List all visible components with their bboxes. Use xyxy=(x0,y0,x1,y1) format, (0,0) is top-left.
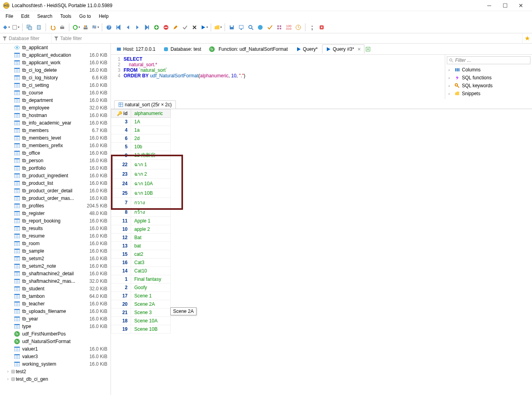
table-row[interactable]: 22ฉาก 1 xyxy=(111,160,171,169)
sidebar-item-table[interactable]: tb_ci_log_delete16.0 KiB xyxy=(0,66,111,74)
sidebar-item-table[interactable]: tb_ci_log_history6.6 KiB xyxy=(0,74,111,81)
sidebar-item-table[interactable]: tb_results16.0 KiB xyxy=(0,224,111,232)
table-row[interactable]: 912 南新宿 xyxy=(111,151,171,160)
menu-edit[interactable]: Edit xyxy=(17,12,33,21)
sidebar-item-table[interactable]: tb_report_booking16.0 KiB xyxy=(0,217,111,224)
table-row[interactable]: 16Cat3 xyxy=(111,259,171,267)
close-icon[interactable]: ✕ xyxy=(357,47,361,52)
table-row[interactable]: 20Scene 2A xyxy=(111,300,171,309)
menu-goto[interactable]: Go to xyxy=(75,12,95,21)
sidebar-item-table[interactable]: tb_members_level16.0 KiB xyxy=(0,134,111,142)
sidebar-item-table[interactable]: tb_setsm216.0 KiB xyxy=(0,255,111,262)
menu-search[interactable]: Search xyxy=(33,12,56,21)
binary-button[interactable]: 100010 xyxy=(284,23,293,32)
sidebar-item-table[interactable]: tb_setsm2_note16.0 KiB xyxy=(0,262,111,270)
table-row[interactable]: 19Scene 10B xyxy=(111,325,171,334)
menu-tools[interactable]: Tools xyxy=(56,12,75,21)
sidebar-item-table[interactable]: tb_shaftmachine2_mas...32.0 KiB xyxy=(0,277,111,285)
undo-button[interactable] xyxy=(48,23,57,32)
table-row[interactable]: 21Scene 3 xyxy=(111,309,171,317)
sidebar-item-table[interactable]: tb_product_ingredient16.0 KiB xyxy=(0,172,111,179)
sidebar-item-table[interactable]: tb_members6.7 KiB xyxy=(0,127,111,134)
expand-icon[interactable]: › xyxy=(6,377,10,381)
helper-sqlkw[interactable]: ›SQL keywords xyxy=(447,82,530,90)
table-row[interactable]: 8กว้าง xyxy=(111,207,171,217)
sidebar-item-table[interactable]: tb_ci_setting16.0 KiB xyxy=(0,81,111,89)
new-button[interactable]: ▾ xyxy=(11,23,20,32)
new-tab-button[interactable] xyxy=(365,46,371,52)
expand-icon[interactable]: › xyxy=(6,369,10,374)
sidebar-item-table[interactable]: tb_applicant_education16.0 KiB xyxy=(0,51,111,59)
sidebar-item-table[interactable]: tb_product_list16.0 KiB xyxy=(0,179,111,187)
save-button[interactable] xyxy=(227,23,236,32)
result-grid[interactable]: 🔑id alphanumeric 31A41a62d510b912 南新宿22ฉ… xyxy=(111,109,532,334)
minimize-button[interactable]: ─ xyxy=(481,2,497,9)
table-row[interactable]: 10apple 2 xyxy=(111,225,171,234)
table-row[interactable]: 18Scene 10A xyxy=(111,317,171,325)
world-button[interactable] xyxy=(256,23,265,32)
time-button[interactable] xyxy=(294,23,303,32)
sidebar-item-database[interactable]: › test2 xyxy=(0,368,111,375)
sidebar-item-table[interactable]: tb_shaftmachine2_detail16.0 KiB xyxy=(0,270,111,277)
sidebar-item-table[interactable]: tb_profiles204.5 KiB xyxy=(0,202,111,209)
menu-file[interactable]: File xyxy=(2,12,17,21)
monitor-button[interactable] xyxy=(237,23,246,32)
table-row[interactable]: 13bat xyxy=(111,242,171,250)
sidebar-item-table[interactable]: working_system16.0 KiB xyxy=(0,360,111,368)
sidebar-item-table[interactable]: tb_register48.0 KiB xyxy=(0,209,111,217)
sidebar-item-table[interactable]: tb_person16.0 KiB xyxy=(0,157,111,164)
sidebar-item-table[interactable]: tb_product_order_detail16.0 KiB xyxy=(0,187,111,194)
sidebar-item-database[interactable]: › test_db_ci_gen xyxy=(0,375,111,383)
sidebar-item-table[interactable]: type16.0 KiB xyxy=(0,322,111,330)
close-button[interactable]: ✕ xyxy=(513,2,529,9)
table-row[interactable]: 510b xyxy=(111,143,171,151)
prev-button[interactable] xyxy=(124,23,132,32)
sidebar-item-function[interactable]: fxudf_FirstNumberPos xyxy=(0,330,111,337)
sidebar-item-table[interactable]: valuer116.0 KiB xyxy=(0,345,111,353)
sidebar-item-table[interactable]: tb_office16.0 KiB xyxy=(0,149,111,157)
users-button[interactable] xyxy=(81,23,90,32)
table-row[interactable]: 62d xyxy=(111,134,171,143)
favorites-button[interactable]: ★ xyxy=(522,33,532,43)
folder-button[interactable]: ▾ xyxy=(214,23,222,32)
helper-filter[interactable] xyxy=(447,56,530,64)
table-row[interactable]: 25ฉาก 10B xyxy=(111,188,171,198)
table-row[interactable]: 7กวาง xyxy=(111,198,171,207)
paste-button[interactable] xyxy=(34,23,43,32)
table-row[interactable]: 17Scene 1 xyxy=(111,292,171,300)
table-filter[interactable]: Table filter xyxy=(51,33,522,43)
table-row[interactable]: 41a xyxy=(111,126,171,134)
sidebar-item-table[interactable]: tb_year16.0 KiB xyxy=(0,315,111,322)
sidebar-item-table[interactable]: tb_members_prefix16.0 KiB xyxy=(0,142,111,149)
table-row[interactable]: 1Final fantasy xyxy=(111,275,171,284)
sidebar-item-table[interactable]: tb_product_order_mas...16.0 KiB xyxy=(0,194,111,202)
helper-columns[interactable]: ›Columns xyxy=(447,66,530,74)
table-row[interactable]: 23ฉาก 2 xyxy=(111,169,171,179)
col-header-alphanumeric[interactable]: alphanumeric xyxy=(131,109,171,118)
add-button[interactable] xyxy=(152,23,161,32)
check2-button[interactable] xyxy=(265,23,274,32)
sidebar-item-table[interactable]: tb_student32.0 KiB xyxy=(0,285,111,292)
semicolon-button[interactable]: ; xyxy=(308,23,317,32)
sql-editor[interactable]: 1SELECT 2 natural_sort.* 3FROM `natural_… xyxy=(111,55,445,99)
sidebar-item-table[interactable]: tb_teacher16.0 KiB xyxy=(0,300,111,307)
run-button[interactable]: ▾ xyxy=(200,23,208,32)
sidebar-item-table[interactable]: tb_tambon64.0 KiB xyxy=(0,292,111,300)
table-row[interactable]: 14Cat10 xyxy=(111,267,171,275)
sidebar-item-table[interactable]: tb_hostman16.0 KiB xyxy=(0,111,111,119)
remove-button[interactable] xyxy=(162,23,170,32)
sidebar-item-table[interactable]: tb_employee32.0 KiB xyxy=(0,104,111,111)
table-row[interactable]: 24ฉาก 10A xyxy=(111,179,171,188)
sidebar-item-table[interactable]: tb_applicant_work16.0 KiB xyxy=(0,59,111,66)
database-filter[interactable]: Database filter xyxy=(0,33,51,43)
sidebar-item-table[interactable]: tb_course16.0 KiB xyxy=(0,89,111,96)
sidebar-item-function[interactable]: fxudf_NaturalSortFormat xyxy=(0,337,111,345)
info-button[interactable]: ? xyxy=(105,23,113,32)
table-row[interactable]: 12Bat xyxy=(111,234,171,242)
last-button[interactable] xyxy=(143,23,151,32)
table-row[interactable]: 11Apple 1 xyxy=(111,217,171,225)
refresh-button[interactable]: ▾ xyxy=(72,23,80,32)
sidebar[interactable]: tb_applicanttb_applicant_education16.0 K… xyxy=(0,44,111,395)
tab-query3[interactable]: Query #3* ✕ xyxy=(322,44,364,54)
sidebar-item-table[interactable]: tb_resume16.0 KiB xyxy=(0,232,111,240)
